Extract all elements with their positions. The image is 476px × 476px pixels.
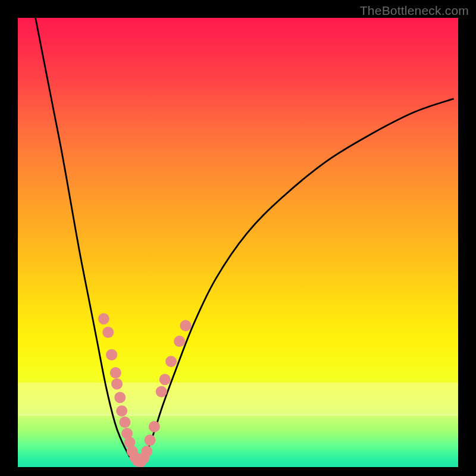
chart-svg: [18, 18, 458, 467]
data-marker: [156, 386, 167, 397]
data-marker: [116, 405, 127, 416]
data-marker: [102, 327, 114, 338]
data-marker: [165, 356, 177, 367]
chart-plot-area: [18, 18, 458, 467]
data-marker: [180, 320, 191, 331]
data-marker: [159, 374, 171, 385]
data-marker: [145, 434, 156, 446]
data-marker: [119, 416, 130, 428]
marker-group: [98, 313, 192, 467]
data-marker: [114, 392, 126, 403]
curve-right-branch: [137, 99, 454, 463]
data-marker: [111, 378, 123, 390]
data-marker: [106, 349, 117, 361]
data-marker: [149, 421, 160, 433]
data-marker: [141, 446, 152, 457]
watermark-label: TheBottleneck.com: [360, 4, 469, 18]
data-marker: [174, 336, 185, 347]
data-marker: [98, 313, 109, 324]
data-marker: [110, 367, 121, 378]
